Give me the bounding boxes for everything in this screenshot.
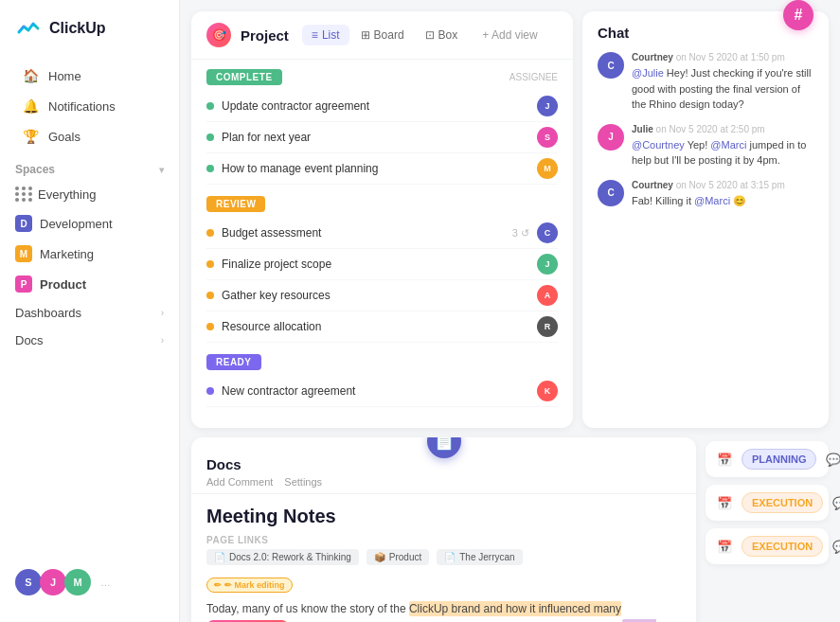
project-title: Project [241, 27, 289, 44]
right-panel: 📅 PLANNING 💬 📅 EXECUTION 💬 📅 EXECUTION 💬 [706, 437, 829, 622]
sidebar-notifications-label: Notifications [48, 99, 116, 114]
board-label: Board [374, 28, 404, 42]
table-row[interactable]: Finalize project scope J [206, 249, 558, 280]
sidebar-item-dashboards[interactable]: Dashboards › [0, 299, 179, 327]
task-status-dot [206, 229, 214, 237]
task-name: Budget assessment [222, 226, 505, 240]
logo-text: ClickUp [49, 20, 106, 37]
task-name: Update contractor agreement [222, 99, 529, 113]
avatar-j[interactable]: J [40, 569, 66, 595]
table-row[interactable]: Gather key resources A [206, 280, 558, 311]
body-highlight-orange: ClickUp brand and how it influenced many [409, 601, 621, 616]
development-badge: D [15, 215, 32, 232]
add-comment-btn[interactable]: Add Comment [206, 476, 273, 488]
task-name: Resource allocation [222, 320, 529, 333]
table-row[interactable]: Plan for next year S [206, 122, 558, 153]
chat-message-1: C Courtney on Nov 5 2020 at 1:50 pm @Jul… [598, 52, 813, 113]
box-icon: ⊡ [425, 28, 435, 42]
chat-bubble-3: Courtney on Nov 5 2020 at 3:15 pm Fab! K… [632, 180, 813, 209]
tag-planning[interactable]: PLANNING [742, 449, 816, 470]
sidebar-home-label: Home [48, 69, 81, 83]
sidebar-item-everything[interactable]: Everything [0, 181, 179, 207]
chat-text-3: Fab! Killing it @Marci 😊 [632, 193, 813, 209]
marketing-badge: M [15, 245, 32, 262]
sidebar-item-product[interactable]: P Product [0, 270, 179, 298]
add-view-label: + Add view [482, 28, 537, 42]
dashboards-arrow: › [161, 308, 164, 318]
group-header-ready: READY [206, 354, 558, 370]
chat-avatar-courtney-1: C [598, 52, 624, 79]
chat-message-3: C Courtney on Nov 5 2020 at 3:15 pm Fab!… [598, 180, 813, 209]
table-row[interactable]: Budget assessment 3 ↺ C [206, 218, 558, 249]
project-panel: 🎯 Project ≡ List ⊞ Board ⊡ Box [191, 11, 573, 428]
board-icon: ⊞ [361, 28, 370, 42]
add-view-btn[interactable]: + Add view [473, 25, 546, 45]
table-row[interactable]: How to manage event planning M [206, 153, 558, 185]
user-avatars: S J M … [0, 558, 179, 607]
docs-links: 📄 Docs 2.0: Rework & Thinking 📦 Product … [206, 549, 681, 565]
avatar-s[interactable]: S [15, 569, 42, 595]
list-label: List [322, 28, 340, 42]
tag-execution-1[interactable]: EXECUTION [742, 492, 823, 513]
sidebar-item-notifications[interactable]: 🔔 Notifications [8, 92, 171, 120]
docs-link-3[interactable]: 📄 The Jerrycan [437, 549, 522, 565]
nav-list[interactable]: ≡ List [302, 25, 349, 45]
task-avatar: K [537, 381, 558, 401]
docs-link-label-1: Docs 2.0: Rework & Thinking [229, 552, 351, 562]
chat-bubble-1: Courtney on Nov 5 2020 at 1:50 pm @Julie… [632, 52, 813, 113]
task-status-dot [206, 165, 214, 172]
sidebar-item-home[interactable]: 🏠 Home [8, 62, 171, 90]
main-content: 🎯 Project ≡ List ⊞ Board ⊡ Box [180, 0, 840, 622]
everything-label: Everything [38, 187, 96, 202]
spaces-section-title: Spaces ▾ [0, 151, 179, 180]
task-name: How to manage event planning [222, 162, 529, 175]
task-meta: 3 ↺ [512, 227, 529, 240]
sidebar-item-docs[interactable]: Docs › [0, 327, 179, 354]
calendar-icon-1: 📅 [715, 450, 734, 469]
sidebar-item-goals[interactable]: 🏆 Goals [8, 122, 171, 151]
body-text-1: Today, many of us know the story of the [206, 602, 409, 615]
task-avatar: J [537, 96, 558, 116]
chat-bubble-2: Julie on Nov 5 2020 at 2:50 pm @Courtney… [632, 124, 813, 169]
tag-execution-2[interactable]: EXECUTION [742, 536, 823, 557]
docs-label: Docs [15, 333, 44, 347]
docs-link-2[interactable]: 📦 Product [366, 549, 429, 565]
product-label: Product [40, 277, 86, 292]
sidebar-goals-label: Goals [48, 130, 80, 144]
development-label: Development [40, 217, 113, 231]
sidebar-item-marketing[interactable]: M Marketing [0, 240, 179, 268]
doc-icon-2: 📦 [374, 552, 385, 562]
docs-link-label-2: Product [389, 552, 421, 562]
docs-link-1[interactable]: 📄 Docs 2.0: Rework & Thinking [206, 549, 359, 565]
list-icon: ≡ [312, 28, 318, 42]
sidebar-item-development[interactable]: D Development [0, 209, 179, 238]
spaces-chevron[interactable]: ▾ [159, 165, 164, 175]
mark-editing-badge: ✏ ✏ Mark editing [206, 578, 293, 593]
logo[interactable]: ClickUp [0, 15, 179, 61]
table-row[interactable]: New contractor agreement K [206, 376, 558, 407]
more-avatars: … [100, 577, 111, 588]
complete-badge: COMPLETE [206, 69, 282, 85]
chat-meta-3: Courtney on Nov 5 2020 at 3:15 pm [632, 180, 813, 190]
nav-board[interactable]: ⊞ Board [351, 25, 414, 45]
sidebar: ClickUp 🏠 Home 🔔 Notifications 🏆 Goals S… [0, 0, 180, 622]
avatar-m[interactable]: M [64, 569, 91, 595]
docs-link-label-3: The Jerrycan [459, 552, 514, 562]
docs-body: Meeting Notes PAGE LINKS 📄 Docs 2.0: Rew… [191, 494, 696, 622]
trophy-icon: 🏆 [23, 129, 39, 144]
task-name: Gather key resources [222, 289, 529, 302]
chat-title: Chat [598, 25, 813, 41]
table-row[interactable]: Resource allocation R [206, 311, 558, 343]
task-avatar: M [537, 158, 558, 179]
table-row[interactable]: Update contractor agreement J [206, 91, 558, 122]
project-nav: ≡ List ⊞ Board ⊡ Box + Add view [302, 25, 547, 45]
settings-btn[interactable]: Settings [284, 476, 322, 488]
task-avatar: R [537, 316, 558, 337]
nav-box[interactable]: ⊡ Box [416, 25, 468, 45]
chat-hashtag-icon[interactable]: # [783, 0, 813, 30]
mark-editing-icon: ✏ [214, 580, 222, 590]
chat-text-1: @Julie Hey! Just checking if you're stil… [632, 65, 813, 113]
box-label: Box [438, 28, 458, 42]
right-card-execution-1: 📅 EXECUTION 💬 [706, 485, 829, 521]
task-status-dot [206, 323, 214, 330]
